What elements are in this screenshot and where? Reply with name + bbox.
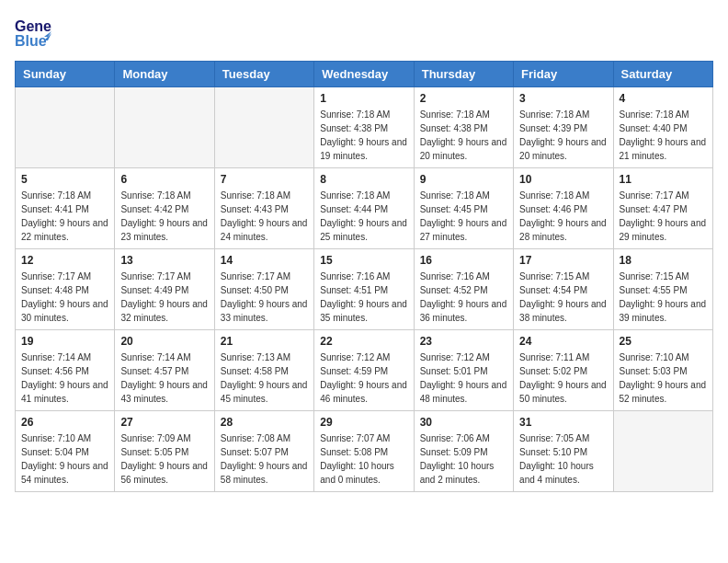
calendar-cell: 19Sunrise: 7:14 AMSunset: 4:56 PMDayligh… <box>16 330 115 411</box>
weekday-header: Wednesday <box>314 62 414 87</box>
day-number: 24 <box>519 335 607 348</box>
day-info: Sunrise: 7:12 AMSunset: 5:01 PMDaylight:… <box>420 350 507 406</box>
calendar-cell: 22Sunrise: 7:12 AMSunset: 4:59 PMDayligh… <box>314 330 414 411</box>
day-number: 10 <box>519 173 607 186</box>
logo: General Blue <box>15 15 51 50</box>
day-info: Sunrise: 7:08 AMSunset: 5:07 PMDaylight:… <box>221 431 308 487</box>
day-info: Sunrise: 7:14 AMSunset: 4:56 PMDaylight:… <box>21 350 108 406</box>
calendar-cell: 3Sunrise: 7:18 AMSunset: 4:39 PMDaylight… <box>514 87 613 168</box>
calendar-week-row: 12Sunrise: 7:17 AMSunset: 4:48 PMDayligh… <box>16 249 713 330</box>
day-info: Sunrise: 7:13 AMSunset: 4:58 PMDaylight:… <box>221 350 308 406</box>
day-info: Sunrise: 7:18 AMSunset: 4:45 PMDaylight:… <box>420 189 507 244</box>
day-number: 4 <box>620 92 707 105</box>
day-info: Sunrise: 7:17 AMSunset: 4:50 PMDaylight:… <box>221 270 308 325</box>
calendar-cell <box>214 87 313 168</box>
day-info: Sunrise: 7:05 AMSunset: 5:10 PMDaylight:… <box>519 431 607 487</box>
calendar-cell: 17Sunrise: 7:15 AMSunset: 4:54 PMDayligh… <box>514 249 613 330</box>
day-info: Sunrise: 7:17 AMSunset: 4:47 PMDaylight:… <box>620 189 707 244</box>
calendar-cell: 14Sunrise: 7:17 AMSunset: 4:50 PMDayligh… <box>214 249 313 330</box>
day-number: 8 <box>320 173 407 186</box>
calendar-cell: 13Sunrise: 7:17 AMSunset: 4:49 PMDayligh… <box>115 249 214 330</box>
calendar-cell: 1Sunrise: 7:18 AMSunset: 4:38 PMDaylight… <box>314 87 414 168</box>
day-number: 22 <box>320 335 407 348</box>
calendar-cell <box>16 87 115 168</box>
weekday-header: Friday <box>514 62 613 87</box>
day-number: 11 <box>620 173 707 186</box>
calendar-week-row: 5Sunrise: 7:18 AMSunset: 4:41 PMDaylight… <box>16 168 713 249</box>
calendar-cell: 15Sunrise: 7:16 AMSunset: 4:51 PMDayligh… <box>314 249 414 330</box>
day-number: 6 <box>120 173 208 186</box>
day-number: 23 <box>420 335 507 348</box>
day-number: 7 <box>221 173 308 186</box>
calendar-cell: 28Sunrise: 7:08 AMSunset: 5:07 PMDayligh… <box>214 411 313 492</box>
day-info: Sunrise: 7:18 AMSunset: 4:41 PMDaylight:… <box>21 189 108 244</box>
day-info: Sunrise: 7:18 AMSunset: 4:39 PMDaylight:… <box>519 108 607 163</box>
calendar-week-row: 19Sunrise: 7:14 AMSunset: 4:56 PMDayligh… <box>16 330 713 411</box>
logo-icon: General Blue <box>15 15 51 50</box>
day-number: 20 <box>120 335 208 348</box>
calendar-cell: 4Sunrise: 7:18 AMSunset: 4:40 PMDaylight… <box>613 87 712 168</box>
calendar-cell: 8Sunrise: 7:18 AMSunset: 4:44 PMDaylight… <box>314 168 414 249</box>
day-info: Sunrise: 7:18 AMSunset: 4:40 PMDaylight:… <box>620 108 707 163</box>
day-number: 27 <box>120 416 208 429</box>
day-number: 30 <box>420 416 507 429</box>
page-header: General Blue <box>15 15 713 50</box>
day-info: Sunrise: 7:18 AMSunset: 4:38 PMDaylight:… <box>320 108 407 163</box>
day-number: 16 <box>420 254 507 267</box>
day-number: 15 <box>320 254 407 267</box>
day-info: Sunrise: 7:15 AMSunset: 4:55 PMDaylight:… <box>620 270 707 325</box>
weekday-header: Monday <box>115 62 214 87</box>
weekday-header: Saturday <box>613 62 712 87</box>
day-info: Sunrise: 7:10 AMSunset: 5:04 PMDaylight:… <box>21 431 108 487</box>
calendar-table: SundayMondayTuesdayWednesdayThursdayFrid… <box>15 61 713 492</box>
calendar-cell: 20Sunrise: 7:14 AMSunset: 4:57 PMDayligh… <box>115 330 214 411</box>
calendar-cell <box>613 411 712 492</box>
day-number: 13 <box>120 254 208 267</box>
day-info: Sunrise: 7:18 AMSunset: 4:46 PMDaylight:… <box>519 189 607 244</box>
calendar-cell: 10Sunrise: 7:18 AMSunset: 4:46 PMDayligh… <box>514 168 613 249</box>
day-info: Sunrise: 7:18 AMSunset: 4:38 PMDaylight:… <box>420 108 507 163</box>
day-number: 28 <box>221 416 308 429</box>
calendar-cell: 18Sunrise: 7:15 AMSunset: 4:55 PMDayligh… <box>613 249 712 330</box>
day-number: 25 <box>620 335 707 348</box>
svg-text:General: General <box>15 18 51 34</box>
day-info: Sunrise: 7:16 AMSunset: 4:52 PMDaylight:… <box>420 270 507 325</box>
day-info: Sunrise: 7:10 AMSunset: 5:03 PMDaylight:… <box>620 350 707 406</box>
calendar-cell: 30Sunrise: 7:06 AMSunset: 5:09 PMDayligh… <box>414 411 513 492</box>
day-info: Sunrise: 7:07 AMSunset: 5:08 PMDaylight:… <box>320 431 407 487</box>
day-info: Sunrise: 7:18 AMSunset: 4:43 PMDaylight:… <box>221 189 308 244</box>
day-info: Sunrise: 7:15 AMSunset: 4:54 PMDaylight:… <box>519 270 607 325</box>
calendar-cell: 31Sunrise: 7:05 AMSunset: 5:10 PMDayligh… <box>514 411 613 492</box>
day-number: 2 <box>420 92 507 105</box>
calendar-cell: 29Sunrise: 7:07 AMSunset: 5:08 PMDayligh… <box>314 411 414 492</box>
day-number: 12 <box>21 254 108 267</box>
calendar-cell <box>115 87 214 168</box>
weekday-header-row: SundayMondayTuesdayWednesdayThursdayFrid… <box>16 62 713 87</box>
weekday-header: Thursday <box>414 62 513 87</box>
calendar-cell: 27Sunrise: 7:09 AMSunset: 5:05 PMDayligh… <box>115 411 214 492</box>
day-number: 9 <box>420 173 507 186</box>
calendar-cell: 26Sunrise: 7:10 AMSunset: 5:04 PMDayligh… <box>16 411 115 492</box>
day-number: 1 <box>320 92 407 105</box>
calendar-cell: 24Sunrise: 7:11 AMSunset: 5:02 PMDayligh… <box>514 330 613 411</box>
calendar-cell: 9Sunrise: 7:18 AMSunset: 4:45 PMDaylight… <box>414 168 513 249</box>
weekday-header: Tuesday <box>214 62 313 87</box>
day-info: Sunrise: 7:09 AMSunset: 5:05 PMDaylight:… <box>120 431 208 487</box>
day-number: 31 <box>519 416 607 429</box>
calendar-week-row: 26Sunrise: 7:10 AMSunset: 5:04 PMDayligh… <box>16 411 713 492</box>
calendar-cell: 23Sunrise: 7:12 AMSunset: 5:01 PMDayligh… <box>414 330 513 411</box>
day-info: Sunrise: 7:11 AMSunset: 5:02 PMDaylight:… <box>519 350 607 406</box>
calendar-cell: 2Sunrise: 7:18 AMSunset: 4:38 PMDaylight… <box>414 87 513 168</box>
calendar-cell: 21Sunrise: 7:13 AMSunset: 4:58 PMDayligh… <box>214 330 313 411</box>
day-number: 26 <box>21 416 108 429</box>
calendar-cell: 5Sunrise: 7:18 AMSunset: 4:41 PMDaylight… <box>16 168 115 249</box>
day-info: Sunrise: 7:17 AMSunset: 4:49 PMDaylight:… <box>120 270 208 325</box>
day-number: 5 <box>21 173 108 186</box>
calendar-cell: 6Sunrise: 7:18 AMSunset: 4:42 PMDaylight… <box>115 168 214 249</box>
day-number: 18 <box>620 254 707 267</box>
day-info: Sunrise: 7:16 AMSunset: 4:51 PMDaylight:… <box>320 270 407 325</box>
day-number: 29 <box>320 416 407 429</box>
calendar-cell: 16Sunrise: 7:16 AMSunset: 4:52 PMDayligh… <box>414 249 513 330</box>
calendar-cell: 7Sunrise: 7:18 AMSunset: 4:43 PMDaylight… <box>214 168 313 249</box>
calendar-cell: 12Sunrise: 7:17 AMSunset: 4:48 PMDayligh… <box>16 249 115 330</box>
